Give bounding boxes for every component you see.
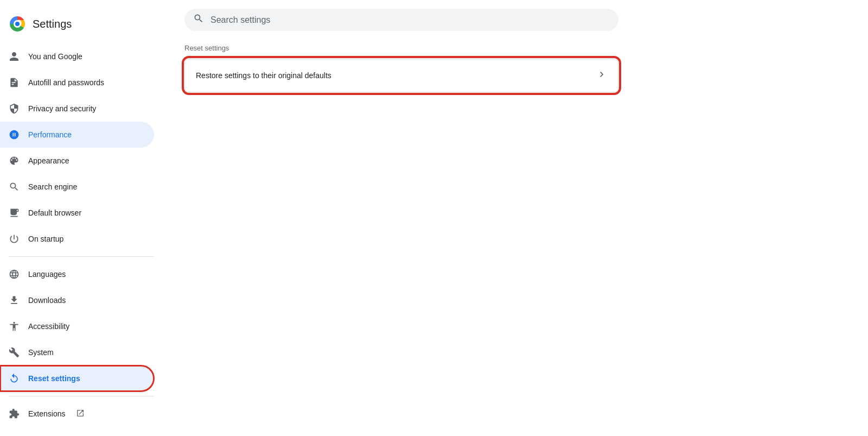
search-bar-container [163,0,868,44]
palette-icon [9,155,20,166]
sidebar-item-accessibility-label: Accessibility [28,322,69,331]
sidebar-item-reset-settings[interactable]: Reset settings [0,365,154,391]
power-icon [9,233,20,244]
app-title: Settings [33,18,72,30]
search-icon [9,181,20,192]
svg-point-3 [15,22,20,26]
sidebar-divider-1 [9,256,154,257]
content-area: Reset settings Restore settings to their… [163,44,868,92]
chrome-logo-icon [9,15,26,33]
reset-card: Restore settings to their original defau… [184,59,618,92]
sidebar-item-default-browser[interactable]: Default browser [0,200,154,226]
sidebar-item-search-engine[interactable]: Search engine [0,174,154,200]
sidebar-item-extensions-label: Extensions [28,409,65,418]
sidebar-item-downloads-label: Downloads [28,296,66,305]
restore-settings-button[interactable]: Restore settings to their original defau… [185,59,618,92]
autofill-icon [9,77,20,88]
sidebar-item-system[interactable]: System [0,339,154,365]
person-icon [9,51,20,62]
sidebar-item-appearance-label: Appearance [28,156,69,165]
accessibility-icon [9,321,20,332]
sidebar-item-appearance[interactable]: Appearance [0,148,154,174]
system-icon [9,347,20,358]
sidebar-item-languages-label: Languages [28,270,66,279]
download-icon [9,295,20,306]
sidebar-item-system-label: System [28,348,54,357]
sidebar-item-default-browser-label: Default browser [28,208,81,217]
sidebar-item-autofill-label: Autofill and passwords [28,78,104,87]
external-link-icon [76,409,85,419]
sidebar-item-on-startup[interactable]: On startup [0,226,154,252]
sidebar-item-on-startup-label: On startup [28,235,63,243]
main-content: Reset settings Restore settings to their… [163,0,868,436]
search-bar [184,9,618,31]
restore-settings-label: Restore settings to their original defau… [196,71,331,80]
sidebar-item-search-engine-label: Search engine [28,182,77,191]
globe-icon [9,269,20,280]
sidebar-header: Settings [0,9,163,43]
sidebar-item-privacy-label: Privacy and security [28,104,96,113]
section-title: Reset settings [184,44,846,52]
sidebar-item-performance[interactable]: Performance [0,122,154,148]
sidebar-divider-2 [9,396,154,396]
sidebar-item-downloads[interactable]: Downloads [0,287,154,313]
sidebar-item-privacy[interactable]: Privacy and security [0,96,154,122]
sidebar-item-languages[interactable]: Languages [0,261,154,287]
sidebar-item-reset-settings-label: Reset settings [28,374,80,383]
search-input[interactable] [210,15,610,25]
shield-icon [9,103,20,114]
search-bar-icon [193,13,204,27]
extensions-icon [9,408,20,419]
browser-icon [9,207,20,218]
reset-icon [9,373,20,384]
sidebar-item-autofill[interactable]: Autofill and passwords [0,69,154,96]
sidebar-item-extensions[interactable]: Extensions [0,401,154,427]
chevron-right-icon [596,69,607,82]
sidebar-item-accessibility[interactable]: Accessibility [0,313,154,339]
sidebar-item-performance-label: Performance [28,130,72,139]
performance-icon [9,129,20,140]
sidebar-item-you-and-google[interactable]: You and Google [0,43,154,69]
sidebar: Settings You and Google Autofill and pas… [0,0,163,436]
sidebar-item-you-and-google-label: You and Google [28,52,82,61]
